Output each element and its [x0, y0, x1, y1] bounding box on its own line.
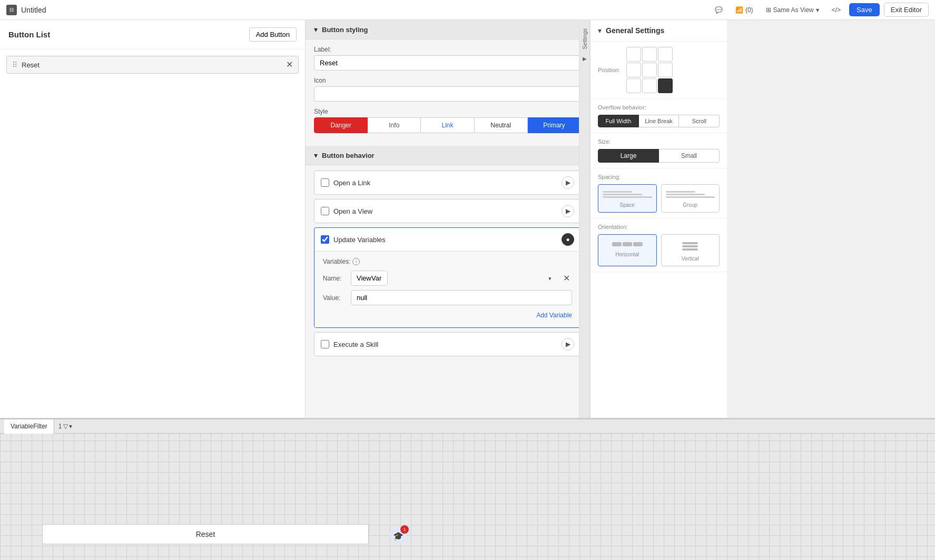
styling-section-header: ▾ Button styling [306, 20, 589, 39]
right-panel: ▾ General Settings Position: [590, 20, 727, 418]
icon-input[interactable] [314, 86, 581, 102]
open-view-item: Open a View ▶ [314, 199, 581, 223]
overflow-full-width-button[interactable]: Full Width [598, 115, 639, 127]
update-variables-arrow[interactable]: ● [562, 233, 574, 246]
wifi-button[interactable]: 📶 (0) [731, 4, 757, 16]
var-value-input[interactable] [351, 290, 572, 305]
spacing-field-group: Spacing: Space [590, 168, 727, 218]
canvas-tab[interactable]: VariableFilter [4, 419, 54, 434]
position-grid [626, 47, 673, 93]
right-panel-header: ▾ General Settings [590, 20, 727, 42]
pos-cell-4[interactable] [642, 63, 657, 77]
overflow-scroll-button[interactable]: Scroll [679, 115, 720, 127]
update-variables-item: Update Variables ● Variables: i Name: [314, 227, 581, 328]
spacing-bar [666, 191, 695, 193]
right-panel-toggle[interactable]: ▾ [598, 26, 602, 35]
update-variables-label: Update Variables [333, 236, 557, 244]
size-small-button[interactable]: Small [659, 149, 720, 163]
open-link-arrow[interactable]: ▶ [562, 176, 574, 189]
overflow-line-break-button[interactable]: Line Break [639, 115, 680, 127]
add-button-button[interactable]: Add Button [249, 27, 297, 42]
general-settings-title: General Settings [606, 26, 664, 35]
code-icon: </> [832, 6, 841, 14]
settings-expand-button[interactable]: ▶ [583, 56, 587, 62]
exit-editor-button[interactable]: Exit Editor [884, 3, 929, 17]
overflow-label: Overflow behavior: [598, 104, 720, 111]
canvas-button-label: Reset [196, 530, 215, 538]
orientation-horizontal-option[interactable]: Horizontal [598, 234, 657, 266]
drag-handle-icon[interactable]: ⠿ [12, 61, 17, 69]
orientation-bar [682, 248, 698, 251]
update-variables-header: Update Variables ● [314, 228, 580, 251]
orientation-bar [682, 242, 698, 244]
variables-label: Variables: i [323, 258, 360, 265]
canvas-section: VariableFilter 1 ▽ ▾ Reset 🎓 1 [0, 418, 935, 560]
avatar-container: 🎓 1 [390, 527, 407, 544]
pos-cell-0[interactable] [626, 47, 641, 62]
styling-section-title: Button styling [322, 26, 368, 34]
open-link-checkbox[interactable] [321, 178, 329, 187]
left-panel-header: Button List Add Button [0, 20, 305, 49]
styling-section-toggle[interactable]: ▾ [314, 25, 318, 34]
execute-skill-arrow[interactable]: ▶ [562, 338, 574, 351]
var-name-row: Name: ViewVar ✕ [323, 271, 572, 286]
orientation-field-group: Orientation: Horizontal [590, 218, 727, 272]
view-mode-label: Same As View [773, 6, 814, 14]
open-link-item: Open a Link ▶ [314, 171, 581, 195]
execute-skill-checkbox[interactable] [321, 340, 329, 348]
overflow-field-group: Overflow behavior: Full Width Line Break… [590, 99, 727, 133]
spacing-group-label: Group [664, 202, 717, 208]
orientation-bar [623, 242, 632, 246]
style-link-button[interactable]: Link [421, 117, 474, 133]
var-name-select[interactable]: ViewVar [351, 271, 388, 286]
canvas-filter-button[interactable]: 1 ▽ ▾ [54, 421, 76, 432]
orientation-horizontal-bars [601, 239, 654, 249]
orientation-options: Horizontal Vertical [598, 234, 720, 266]
orientation-vertical-bars [664, 239, 717, 254]
canvas-content: Reset 🎓 1 [0, 434, 935, 560]
spacing-bar [666, 194, 705, 195]
var-value-row: Value: [323, 290, 572, 305]
behavior-section-toggle[interactable]: ▾ [314, 151, 318, 159]
pos-cell-3[interactable] [626, 63, 641, 77]
pos-cell-8[interactable] [658, 78, 673, 93]
pos-cell-1[interactable] [642, 47, 657, 62]
spacing-bar [666, 196, 715, 198]
pos-cell-5[interactable] [658, 63, 673, 77]
add-variable-link[interactable]: Add Variable [323, 309, 572, 321]
spacing-group-option[interactable]: Group [661, 184, 720, 213]
label-input[interactable] [314, 55, 581, 71]
behavior-section-body: Open a Link ▶ Open a View ▶ [306, 165, 589, 366]
list-item: ⠿ Reset ✕ [6, 56, 299, 74]
code-button[interactable]: </> [828, 4, 845, 16]
remove-variable-button[interactable]: ✕ [561, 271, 572, 285]
size-toggle-group: Large Small [598, 149, 720, 163]
style-neutral-button[interactable]: Neutral [475, 117, 528, 133]
app-logo: ⊟ [6, 5, 17, 15]
open-view-label: Open a View [333, 207, 557, 215]
open-view-arrow[interactable]: ▶ [562, 205, 574, 217]
comment-button[interactable]: 💬 [711, 4, 727, 16]
style-info-button[interactable]: Info [368, 117, 421, 133]
style-danger-button[interactable]: Danger [314, 117, 368, 133]
pos-cell-7[interactable] [642, 78, 657, 93]
filter-icon: ▽ [63, 423, 68, 430]
button-list-title: Button List [8, 30, 50, 39]
style-field-group: Style Danger Info Link Neutral Primary [314, 108, 581, 133]
size-label: Size: [598, 138, 720, 145]
size-large-button[interactable]: Large [598, 149, 659, 163]
middle-panel: ▾ Button styling Label: Icon Style [306, 20, 590, 418]
save-button[interactable]: Save [849, 3, 880, 16]
remove-button[interactable]: ✕ [286, 61, 293, 69]
spacing-space-option[interactable]: Space [598, 184, 657, 213]
style-primary-button[interactable]: Primary [528, 117, 581, 133]
canvas-button-preview[interactable]: Reset [42, 524, 369, 544]
orientation-vertical-option[interactable]: Vertical [661, 234, 720, 266]
view-mode-button[interactable]: ⊞ Same As View ▾ [762, 4, 823, 16]
spacing-bar [603, 194, 642, 195]
spacing-group-bars [664, 189, 717, 200]
pos-cell-6[interactable] [626, 78, 641, 93]
pos-cell-2[interactable] [658, 47, 673, 62]
open-view-checkbox[interactable] [321, 207, 329, 215]
update-variables-checkbox[interactable] [321, 235, 329, 244]
